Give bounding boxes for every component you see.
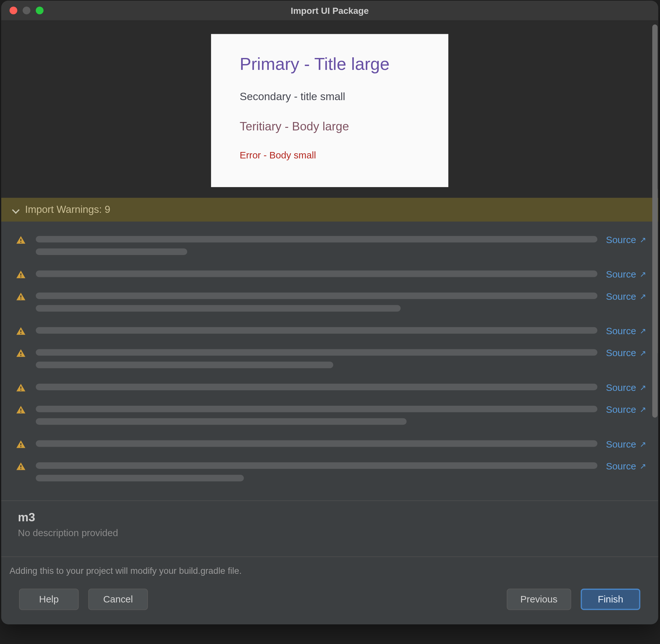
warning-row: Source↗ [16, 456, 646, 491]
titlebar: Import UI Package [1, 1, 658, 21]
warning-icon [16, 235, 27, 245]
warning-text [36, 325, 597, 339]
source-link[interactable]: Source↗ [606, 348, 646, 359]
svg-rect-3 [20, 277, 21, 278]
preview-text-primary: Primary - Title large [240, 54, 420, 74]
warning-text [36, 460, 597, 487]
footer-note: Adding this to your project will modify … [1, 556, 658, 580]
warning-icon [16, 461, 27, 472]
help-button[interactable]: Help [19, 589, 79, 610]
source-link-label: Source [606, 461, 636, 472]
warning-icon [16, 326, 27, 337]
source-link[interactable]: Source↗ [606, 292, 646, 302]
warning-text [36, 268, 597, 283]
cancel-button[interactable]: Cancel [88, 589, 148, 610]
svg-rect-6 [20, 330, 21, 332]
warning-row: Source↗ [16, 434, 646, 456]
source-link[interactable]: Source↗ [606, 326, 646, 337]
warning-text [36, 233, 597, 261]
redacted-line [36, 293, 597, 299]
warning-row: Source↗ [16, 321, 646, 343]
warning-row: Source↗ [16, 343, 646, 378]
source-link-label: Source [606, 235, 636, 245]
redacted-line [36, 327, 597, 334]
svg-rect-15 [20, 446, 21, 447]
warning-icon [16, 348, 27, 359]
warnings-header-label: Import Warnings: 9 [25, 204, 111, 216]
external-link-icon: ↗ [640, 461, 646, 470]
redacted-line [36, 475, 244, 481]
source-link[interactable]: Source↗ [606, 439, 646, 450]
warnings-header[interactable]: Import Warnings: 9 [1, 198, 658, 222]
external-link-icon: ↗ [640, 235, 646, 244]
svg-rect-12 [20, 409, 21, 411]
warning-row: Source↗ [16, 400, 646, 434]
svg-rect-14 [20, 443, 21, 445]
scrollbar[interactable] [652, 24, 658, 418]
source-link[interactable]: Source↗ [606, 235, 646, 245]
finish-button[interactable]: Finish [581, 589, 640, 610]
warning-text [36, 290, 597, 318]
warning-row: Source↗ [16, 230, 646, 264]
svg-rect-9 [20, 355, 21, 356]
redacted-line [36, 349, 597, 355]
source-link-label: Source [606, 326, 636, 337]
warning-icon [16, 292, 27, 302]
redacted-line [36, 406, 597, 412]
warning-text [36, 404, 597, 431]
redacted-line [36, 384, 597, 390]
warnings-list: Source↗ Source↗ Source↗ Source↗ Source↗ … [1, 222, 658, 556]
source-link[interactable]: Source↗ [606, 461, 646, 472]
svg-rect-7 [20, 333, 21, 334]
close-icon[interactable] [10, 7, 17, 15]
maximize-icon[interactable] [36, 7, 44, 15]
redacted-line [36, 418, 407, 425]
window-title: Import UI Package [1, 5, 658, 16]
chevron-down-icon [12, 206, 19, 213]
preview-text-secondary: Secondary - title small [240, 91, 420, 103]
package-description: No description provided [18, 528, 630, 538]
source-link[interactable]: Source↗ [606, 405, 646, 415]
preview-card: Primary - Title large Secondary - title … [211, 34, 448, 187]
redacted-line [36, 271, 597, 277]
warning-icon [16, 269, 27, 280]
warning-text [36, 438, 597, 453]
redacted-line [36, 305, 401, 312]
source-link-label: Source [606, 292, 636, 302]
source-link-label: Source [606, 269, 636, 280]
external-link-icon: ↗ [640, 439, 646, 448]
source-link-label: Source [606, 383, 636, 393]
redacted-line [36, 236, 597, 243]
svg-rect-13 [20, 412, 21, 413]
warning-row: Source↗ [16, 378, 646, 399]
redacted-line [36, 462, 597, 469]
source-link-label: Source [606, 405, 636, 415]
svg-rect-2 [20, 273, 21, 276]
redacted-line [36, 440, 597, 446]
svg-rect-5 [20, 299, 21, 299]
svg-rect-1 [20, 242, 21, 243]
external-link-icon: ↗ [640, 326, 646, 335]
svg-rect-8 [20, 352, 21, 354]
source-link-label: Source [606, 439, 636, 450]
warning-row: Source↗ [16, 265, 646, 286]
external-link-icon: ↗ [640, 348, 646, 357]
previous-button[interactable]: Previous [507, 589, 571, 610]
external-link-icon: ↗ [640, 270, 646, 278]
source-link[interactable]: Source↗ [606, 383, 646, 393]
traffic-lights [10, 7, 44, 15]
minimize-icon[interactable] [23, 7, 30, 15]
svg-rect-0 [20, 239, 21, 241]
external-link-icon: ↗ [640, 383, 646, 392]
external-link-icon: ↗ [640, 292, 646, 301]
source-link-label: Source [606, 348, 636, 359]
warning-text [36, 381, 597, 396]
svg-rect-17 [20, 468, 21, 469]
preview-text-tertiary: Teritiary - Body large [240, 120, 420, 134]
package-name: m3 [18, 511, 630, 525]
source-link[interactable]: Source↗ [606, 269, 646, 280]
svg-rect-4 [20, 295, 21, 298]
warning-icon [16, 405, 27, 415]
warning-icon [16, 383, 27, 393]
svg-rect-16 [20, 465, 21, 467]
